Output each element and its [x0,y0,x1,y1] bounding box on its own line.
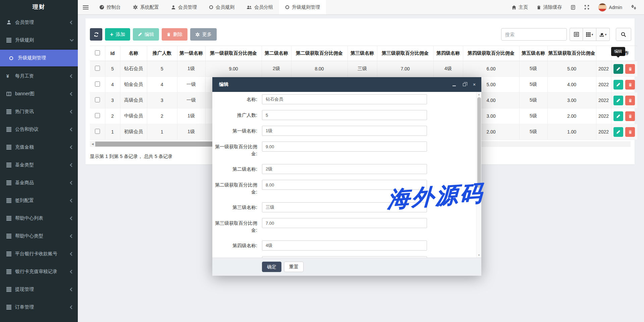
sidebar-item-monthly-salary[interactable]: ¥ 每月工资 [0,67,78,85]
chevron-left-icon [70,110,73,113]
name-field[interactable] [262,94,427,104]
row-edit-button[interactable] [613,80,623,90]
col-l3-name: 第三级名称 [347,46,377,61]
list-icon [6,145,15,150]
row-checkbox[interactable] [95,129,100,134]
user-icon [6,20,15,25]
search-button[interactable] [616,28,631,41]
close-icon[interactable]: × [472,82,477,87]
tab-dashboard[interactable]: 控制台 [93,0,127,14]
edit-button[interactable]: 编辑 [133,28,159,41]
chevron-left-icon [70,199,73,202]
tab-system-config[interactable]: 系统配置 [127,0,165,14]
row-delete-button[interactable] [625,80,635,90]
row-checkbox[interactable] [95,97,100,102]
sidebar-item-platform-bank-account[interactable]: 平台银行卡收款账号 [0,245,78,263]
confirm-button[interactable]: 确定 [262,262,281,272]
col-id: Id [105,46,120,61]
tab-member-management[interactable]: 会员管理 [165,0,203,14]
menu-toggle-icon[interactable] [78,0,93,14]
sidebar: 理财 会员管理 升级规则 升级规则管理 ¥ 每月工资 [0,0,78,322]
home-button[interactable]: 主页 [512,4,528,10]
field-label: 第二级获取百分比佣金: [212,180,262,197]
maximize-icon[interactable] [462,82,467,87]
add-button[interactable]: + 添加 [105,28,130,41]
row-delete-button[interactable] [625,64,635,74]
scrollbar-thumb[interactable] [477,97,481,188]
chevron-down-icon [70,38,73,41]
modal-title: 编辑 [219,82,228,88]
row-edit-button[interactable] [613,64,623,74]
delete-label: 删除 [173,32,182,38]
sidebar-item-label: 签到配置 [15,198,70,204]
modal-body: 名称: 推广人数: 第一级名称: 第一级获取百分比佣金: 第二级名称: 第二级获… [212,92,481,258]
l1-commission-field[interactable] [262,142,427,152]
fullscreen-button[interactable] [584,5,589,10]
row-delete-button[interactable] [625,127,635,137]
tab-upgrade-rules-management[interactable]: 升级规则管理 [279,0,326,14]
reset-button[interactable]: 重置 [284,262,304,272]
sidebar-item-announcements[interactable]: 公告和协议 [0,120,78,138]
search-input[interactable] [501,28,567,41]
l4-name-field[interactable] [262,240,427,251]
delete-button[interactable]: 删除 [162,28,187,41]
minimize-icon[interactable] [452,82,457,87]
settings-button[interactable] [631,5,637,10]
field-label: 第二级名称: [212,164,262,174]
row-edit-button[interactable] [613,96,623,105]
sidebar-item-upgrade-rules[interactable]: 升级规则 [0,31,78,49]
sidebar-item-banner[interactable]: banner图 [0,85,78,103]
row-edit-button[interactable] [613,127,623,137]
row-checkbox[interactable] [95,66,100,71]
scroll-up-icon[interactable]: ▲ [477,93,481,96]
export-button[interactable]: ▾ [596,28,610,41]
row-checkbox[interactable] [95,113,100,118]
row-delete-button[interactable] [625,96,635,105]
clear-cache-button[interactable]: 清除缓存 [537,4,562,10]
sidebar-item-help-list[interactable]: 帮助中心列表 [0,209,78,227]
more-button[interactable]: 更多 [190,28,217,41]
detail-view-button[interactable] [570,28,583,41]
scroll-left-icon[interactable]: ◀ [90,143,95,146]
refresh-button[interactable] [90,28,102,41]
sidebar-item-label: 升级规则 [15,37,70,43]
user-menu[interactable]: Admin [598,3,622,12]
row-checkbox[interactable] [95,82,100,87]
modal-header[interactable]: 编辑 × [212,77,481,92]
sidebar-item-fund-product[interactable]: 基金商品 [0,174,78,192]
field-label: 第一级获取百分比佣金: [212,142,262,158]
form-row: 第四级名称: [212,240,481,251]
sidebar-item-order-management[interactable]: 订单管理 [0,298,78,316]
sidebar-item-real-name-auth[interactable]: 实名认证 [0,316,78,322]
next-field-partial[interactable] [262,256,427,258]
scroll-down-icon[interactable]: ▼ [477,254,481,256]
sidebar-item-label: 会员管理 [15,19,70,25]
tab-member-rules[interactable]: 会员规则 [203,0,240,14]
l1-name-field[interactable] [262,126,427,136]
document-button[interactable] [571,5,576,10]
sidebar-item-upgrade-rules-management[interactable]: 升级规则管理 [0,49,78,67]
columns-button[interactable]: ▾ [583,28,596,41]
sidebar-item-withdrawal-management[interactable]: 提现管理 [0,280,78,298]
table-header-row: Id 名称 推广人数 第一级名称 第一级获取百分比佣金 第二级名称 第二级获取百… [90,46,637,61]
l3-commission-field[interactable] [262,218,427,228]
navbar-right: 主页 清除缓存 Admin [512,0,644,14]
modal-scrollbar[interactable]: ▲ ▼ [476,92,481,258]
row-delete-button[interactable] [625,111,635,121]
sidebar-item-recharge-amount[interactable]: 充值金额 [0,138,78,156]
l2-name-field[interactable] [262,164,427,174]
sidebar-item-help-type[interactable]: 帮助中心类型 [0,227,78,245]
tab-label: 会员分组 [254,4,273,10]
sidebar-item-hot-news[interactable]: 热门资讯 [0,103,78,120]
select-all-checkbox[interactable] [95,50,100,55]
tab-member-groups[interactable]: 会员分组 [240,0,279,14]
promo-count-field[interactable] [262,110,427,120]
sidebar-item-member-management[interactable]: 会员管理 [0,13,78,31]
sidebar-item-bank-recharge-audit[interactable]: 银行卡充值审核记录 [0,263,78,280]
circle-icon [285,5,289,9]
row-edit-button[interactable] [613,111,623,121]
trash-icon [628,67,632,71]
sidebar-item-fund-type[interactable]: 基金类型 [0,156,78,174]
list-icon [6,109,15,114]
sidebar-item-checkin-config[interactable]: 签到配置 [0,192,78,209]
